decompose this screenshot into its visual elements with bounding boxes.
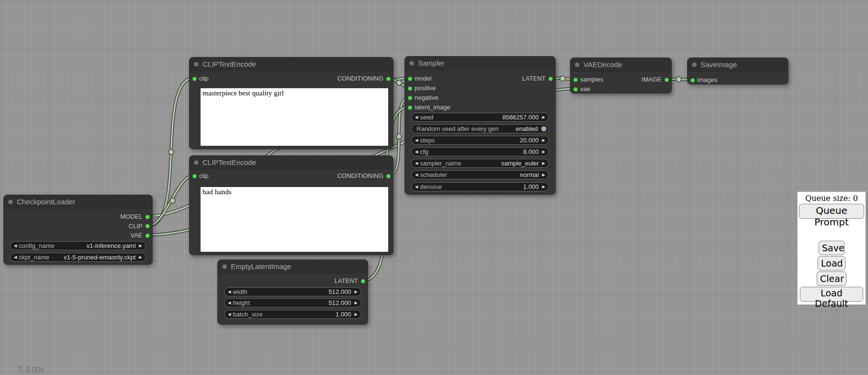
widget-random-seed-after-every-gen[interactable]: Random seed after every genenabled <box>411 124 549 133</box>
widget-value: 8566257.000 <box>502 113 540 121</box>
node-sampler[interactable]: Samplermodelpositivenegativelatent_image… <box>404 56 556 195</box>
load-default-button[interactable]: Load Default <box>800 287 863 302</box>
widget-label: width <box>233 288 247 296</box>
output-slot-dot[interactable] <box>665 78 669 82</box>
input-slot-dot[interactable] <box>408 105 412 110</box>
widget-label: cfg <box>420 148 428 156</box>
widget-decrement-arrow-icon[interactable]: ◀ <box>412 171 420 179</box>
widget-cfg[interactable]: ◀cfg8.000▶ <box>411 147 549 156</box>
widget-increment-arrow-icon[interactable]: ▶ <box>540 171 548 179</box>
widget-increment-arrow-icon[interactable]: ▶ <box>353 310 361 318</box>
node-title-bar[interactable]: EmptyLatentImage <box>218 260 368 273</box>
widget-decrement-arrow-icon[interactable]: ◀ <box>225 310 233 318</box>
widget-increment-arrow-icon[interactable]: ▶ <box>540 136 548 144</box>
node-vae-decode[interactable]: VAEDecodesamplesvaeIMAGE <box>570 58 672 94</box>
link-midpoint-dot[interactable] <box>396 134 402 139</box>
widget-value: 20.000 <box>520 136 540 144</box>
widget-decrement-arrow-icon[interactable]: ◀ <box>11 253 19 261</box>
widget-batch-size[interactable]: ◀batch_size1.000▶ <box>224 310 361 319</box>
node-title-bar[interactable]: VAEDecode <box>571 58 671 71</box>
link-midpoint-dot[interactable] <box>168 150 174 155</box>
widget-decrement-arrow-icon[interactable]: ◀ <box>412 136 420 144</box>
save-button[interactable]: Save <box>819 241 844 255</box>
output-slot-dot[interactable] <box>548 77 553 81</box>
output-slot-label: CLIP <box>129 222 143 231</box>
output-slot-dot[interactable] <box>145 234 150 238</box>
widget-steps[interactable]: ◀steps20.000▶ <box>411 136 549 145</box>
node-collapse-dot-icon[interactable] <box>575 62 580 67</box>
widget-decrement-arrow-icon[interactable]: ◀ <box>412 113 420 121</box>
widget-decrement-arrow-icon[interactable]: ◀ <box>412 148 420 156</box>
input-slot-label: vae <box>580 85 590 94</box>
node-save-image[interactable]: SaveImageimages <box>687 58 788 84</box>
output-slot-dot[interactable] <box>145 224 150 228</box>
widget-increment-arrow-icon[interactable]: ▶ <box>137 242 145 250</box>
output-slot-dot[interactable] <box>361 279 365 283</box>
node-empty-latent-image[interactable]: EmptyLatentImageLATENT◀width512.000▶◀hei… <box>217 259 368 325</box>
widget-label: Random seed after every gen <box>412 125 499 133</box>
widget-increment-arrow-icon[interactable]: ▶ <box>540 183 548 191</box>
input-slot-dot[interactable] <box>573 78 578 82</box>
input-slot-dot[interactable] <box>408 77 412 81</box>
widget-increment-arrow-icon[interactable]: ▶ <box>540 148 548 156</box>
input-slot-dot[interactable] <box>408 96 412 100</box>
node-collapse-dot-icon[interactable] <box>194 62 199 67</box>
widget-seed[interactable]: ◀seed8566257.000▶ <box>411 113 549 122</box>
clear-button[interactable]: Clear <box>817 271 846 286</box>
link-midpoint-dot[interactable] <box>396 80 402 85</box>
node-checkpoint-loader[interactable]: CheckpointLoaderMODELCLIPVAE◀config_name… <box>3 195 153 265</box>
widget-decrement-arrow-icon[interactable]: ◀ <box>225 288 233 296</box>
prompt-textarea[interactable]: masterpiece best quality girl <box>201 88 388 146</box>
input-slot-dot[interactable] <box>192 174 197 178</box>
widget-decrement-arrow-icon[interactable]: ◀ <box>412 183 420 191</box>
node-title-bar[interactable]: CLIPTextEncode <box>190 58 393 71</box>
widget-value: v1-5-pruned-emaonly.ckpt <box>64 253 137 261</box>
node-collapse-dot-icon[interactable] <box>194 160 199 165</box>
load-button[interactable]: Load <box>818 256 845 270</box>
link-midpoint-dot[interactable] <box>170 198 175 203</box>
widget-increment-arrow-icon[interactable]: ▶ <box>353 299 361 307</box>
widget-decrement-arrow-icon[interactable]: ◀ <box>225 299 233 307</box>
widget-increment-arrow-icon[interactable]: ▶ <box>353 288 361 296</box>
widget-increment-arrow-icon[interactable]: ▶ <box>540 113 548 121</box>
node-clip-text-encode-1[interactable]: CLIPTextEncodeclipCONDITIONINGmasterpiec… <box>189 57 393 149</box>
node-collapse-dot-icon[interactable] <box>8 199 13 204</box>
input-slot-dot[interactable] <box>408 86 412 91</box>
node-collapse-dot-icon[interactable] <box>692 62 697 67</box>
output-slot-dot[interactable] <box>386 77 391 81</box>
widget-width[interactable]: ◀width512.000▶ <box>224 287 361 296</box>
node-collapse-dot-icon[interactable] <box>409 61 414 66</box>
widget-decrement-arrow-icon[interactable]: ◀ <box>11 242 19 250</box>
widget-scheduler[interactable]: ◀schedulernormal▶ <box>411 170 549 179</box>
input-slot-dot[interactable] <box>573 87 578 92</box>
node-title-bar[interactable]: CheckpointLoader <box>4 195 152 209</box>
input-slot-dot[interactable] <box>690 78 695 82</box>
widget-increment-arrow-icon[interactable]: ▶ <box>137 253 145 261</box>
queue-prompt-button[interactable]: Queue Prompt <box>799 204 864 219</box>
widget-height[interactable]: ◀height512.000▶ <box>224 298 361 307</box>
widget-denoise[interactable]: ◀denoise1.000▶ <box>411 182 549 191</box>
output-slot-dot[interactable] <box>145 215 150 219</box>
widget-config-name[interactable]: ◀config_namev1-inference.yaml▶ <box>10 241 146 250</box>
panel-scrollbar[interactable] <box>866 192 868 305</box>
output-slot-dot[interactable] <box>386 174 391 178</box>
node-title: CheckpointLoader <box>17 198 75 206</box>
link-midpoint-dot[interactable] <box>676 77 681 82</box>
toggle-enabled-dot-icon[interactable] <box>541 126 547 131</box>
widget-increment-arrow-icon[interactable]: ▶ <box>540 159 548 167</box>
node-title-bar[interactable]: SaveImage <box>688 58 788 71</box>
node-collapse-dot-icon[interactable] <box>222 264 227 269</box>
node-title-bar[interactable]: CLIPTextEncode <box>190 156 393 169</box>
widget-decrement-arrow-icon[interactable]: ◀ <box>412 159 420 167</box>
prompt-textarea[interactable]: bad hands <box>201 187 388 252</box>
widget-sampler-name[interactable]: ◀sampler_namesample_euler▶ <box>411 159 549 168</box>
input-slot-dot[interactable] <box>192 77 197 81</box>
widget-label: batch_size <box>233 310 262 318</box>
node-title-bar[interactable]: Sampler <box>405 57 555 70</box>
node-clip-text-encode-2[interactable]: CLIPTextEncodeclipCONDITIONINGbad hands <box>189 155 393 255</box>
node-graph-canvas[interactable]: CLIPTextEncodeclipCONDITIONINGmasterpiec… <box>0 0 868 375</box>
input-slot-label: negative <box>415 94 438 102</box>
node-title: SaveImage <box>701 60 737 69</box>
widget-ckpt-name[interactable]: ◀ckpt_namev1-5-pruned-emaonly.ckpt▶ <box>10 253 146 262</box>
link-midpoint-dot[interactable] <box>560 76 565 82</box>
